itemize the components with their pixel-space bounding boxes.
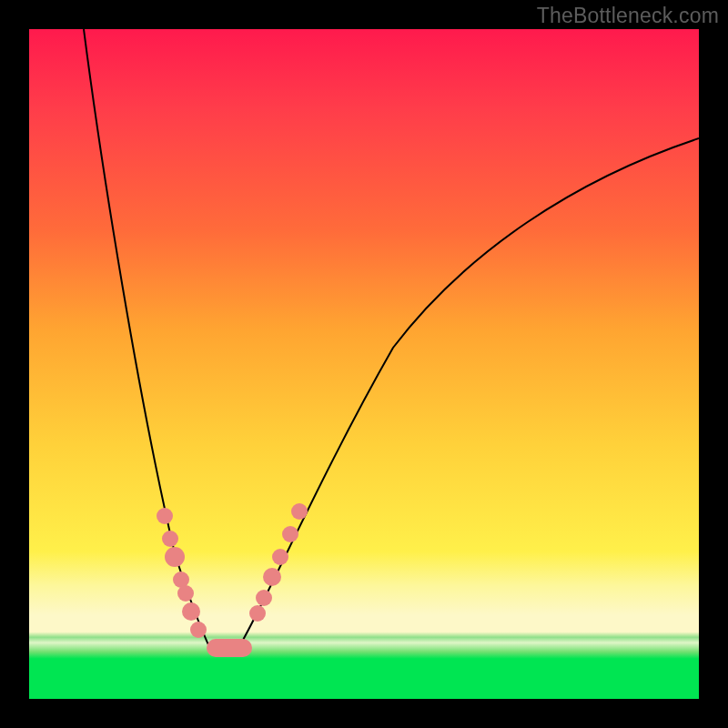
marker-dot xyxy=(249,605,266,622)
marker-dot xyxy=(165,547,185,567)
marker-pill xyxy=(207,639,252,657)
marker-dot xyxy=(256,590,272,606)
marker-dot xyxy=(282,526,298,542)
curve-right-branch xyxy=(238,138,699,648)
chart-frame: TheBottleneck.com xyxy=(0,0,728,728)
plot-area xyxy=(29,29,699,699)
marker-dot xyxy=(182,602,200,621)
marker-dot xyxy=(190,622,207,638)
marker-dot xyxy=(272,549,288,565)
curve-left-branch xyxy=(84,29,211,651)
marker-dot xyxy=(291,503,308,520)
marker-dot xyxy=(162,531,178,547)
marker-dot xyxy=(157,508,173,524)
marker-dot xyxy=(177,585,194,602)
chart-overlay xyxy=(29,29,699,699)
watermark-text: TheBottleneck.com xyxy=(537,4,719,28)
marker-dot xyxy=(263,568,281,586)
